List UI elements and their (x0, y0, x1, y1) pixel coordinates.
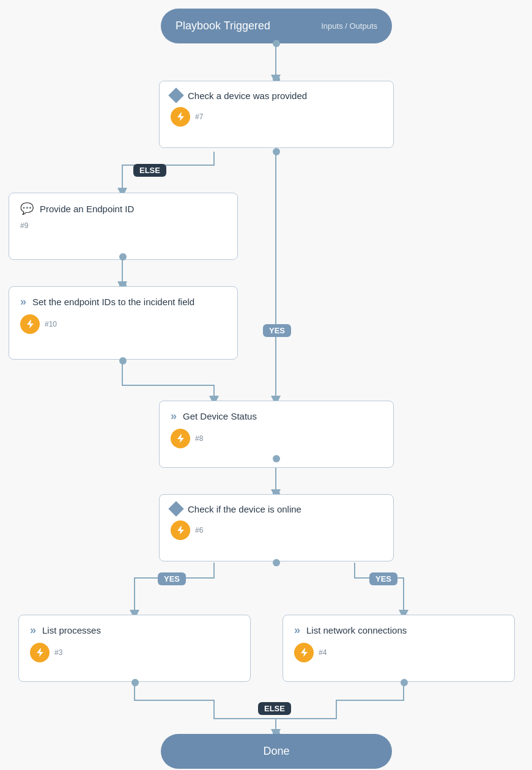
check-online-title: Check if the device is online (188, 504, 301, 514)
connector-dot (131, 679, 139, 686)
connector-dot (119, 253, 127, 261)
list-network-num: #4 (319, 648, 327, 657)
check-device-num: #7 (195, 113, 203, 121)
trigger-subtitle: Inputs / Outputs (321, 21, 377, 31)
connector-dot (273, 40, 280, 47)
connector-dot (119, 357, 127, 365)
diamond-icon (168, 501, 183, 516)
comment-icon: 💬 (20, 202, 34, 215)
list-processes-num: #3 (54, 648, 62, 657)
lightning-badge (30, 643, 50, 662)
list-network-title: List network connections (306, 625, 407, 635)
list-network-node[interactable]: » List network connections #4 (283, 615, 515, 682)
else-badge-bottom: ELSE (258, 702, 291, 715)
provide-endpoint-title: Provide an Endpoint ID (40, 204, 134, 214)
else-badge-1: ELSE (133, 164, 166, 177)
done-title: Done (263, 745, 289, 758)
connector-dot (273, 148, 280, 155)
chevron-icon: » (171, 410, 177, 423)
done-node[interactable]: Done (161, 734, 392, 769)
yes-badge-left: YES (158, 572, 186, 585)
check-online-node[interactable]: Check if the device is online #6 (159, 494, 394, 561)
chevron-icon: » (20, 295, 26, 308)
set-endpoint-num: #10 (45, 320, 57, 328)
connector-dot (273, 455, 280, 462)
lightning-badge (171, 520, 190, 540)
connector-dot (401, 679, 408, 686)
get-device-title: Get Device Status (183, 411, 257, 421)
provide-endpoint-num: #9 (20, 221, 28, 230)
trigger-title: Playbook Triggered (175, 20, 270, 32)
yes-badge-right: YES (369, 572, 397, 585)
chevron-icon: » (30, 624, 36, 637)
yes-badge-1: YES (263, 324, 291, 337)
connector-dot (273, 559, 280, 566)
lightning-badge (20, 314, 40, 334)
trigger-node[interactable]: Playbook Triggered Inputs / Outputs (161, 9, 392, 43)
check-device-title: Check a device was provided (188, 91, 307, 101)
chevron-icon: » (294, 624, 300, 637)
set-endpoint-title: Set the endpoint IDs to the incident fie… (32, 297, 194, 307)
lightning-badge (171, 429, 190, 448)
check-device-node[interactable]: Check a device was provided #7 (159, 81, 394, 148)
lightning-badge (294, 643, 314, 662)
set-endpoint-node[interactable]: » Set the endpoint IDs to the incident f… (9, 286, 238, 360)
diamond-icon (168, 87, 183, 103)
get-device-num: #8 (195, 434, 203, 443)
check-online-num: #6 (195, 526, 203, 535)
list-processes-node[interactable]: » List processes #3 (18, 615, 251, 682)
lightning-badge (171, 107, 190, 127)
list-processes-title: List processes (42, 625, 101, 635)
provide-endpoint-node[interactable]: 💬 Provide an Endpoint ID #9 (9, 193, 238, 260)
